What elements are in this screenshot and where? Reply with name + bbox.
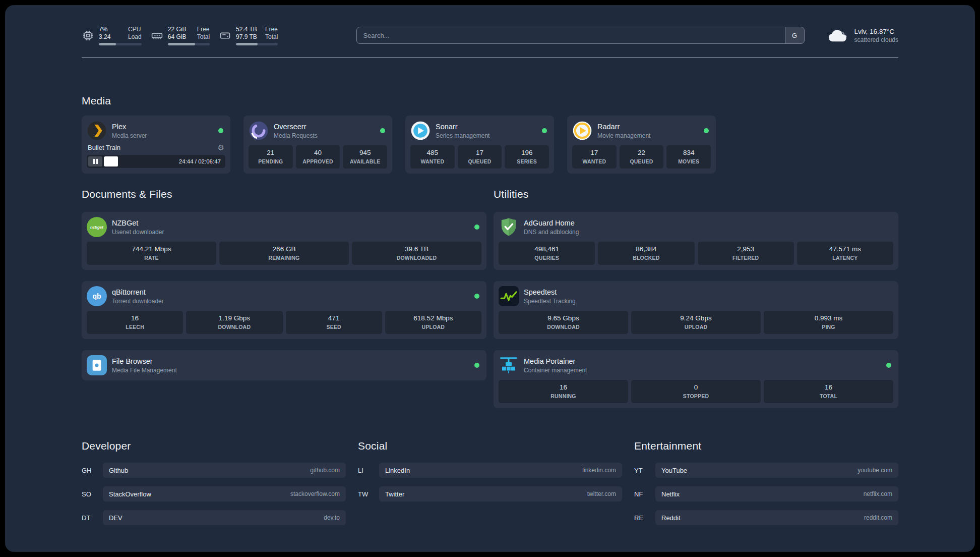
stat-seed: 471 SEED [286,311,382,334]
overseerr-titles: Overseerr Media Requests [274,123,318,139]
service-card-sonarr[interactable]: Sonarr Series management 485 WANTED 17 Q… [405,116,554,174]
service-name: Radarr [597,123,650,131]
service-description: Media Requests [274,132,318,139]
bookmark-bar[interactable]: DEV dev.to [103,510,346,525]
bookmark-bar[interactable]: Twitter twitter.com [379,486,622,502]
bookmark-youtube[interactable]: YT YouTube youtube.com [634,463,898,478]
bookmark-bar[interactable]: Github github.com [103,463,346,478]
memory-total: 64 GiB [168,33,191,41]
stat-label: PENDING [250,158,292,164]
memory-widget: 22 GiB Free 64 GiB Total [151,26,210,45]
stat-value: 86,384 [599,245,693,253]
disk-widget: 52.4 TB Free 97.9 TB Total [219,26,278,45]
bookmark-dev[interactable]: DT DEV dev.to [82,510,346,525]
bookmark-linkedin[interactable]: LI LinkedIn linkedin.com [358,463,622,478]
bookmark-abbr: NF [634,490,648,498]
adguard-stats: 498,461 QUERIES 86,384 BLOCKED 2,953 FIL… [499,242,893,265]
service-name: Sonarr [436,123,489,131]
gear-icon[interactable]: ⚙ [218,144,224,151]
stat-value: 471 [287,314,381,322]
bookmark-bar[interactable]: Reddit reddit.com [655,510,898,525]
stat-label: MOVIES [667,158,710,164]
service-card-qbittorrent[interactable]: qb qBittorrent Torrent downloader 16 LEE… [82,281,486,339]
playback-progress-fill [104,156,118,166]
stat-label: UPLOAD [632,324,760,330]
disk-total-label: Total [265,33,278,41]
stat-label: APPROVED [297,158,339,164]
stat-label: WANTED [573,158,616,164]
stat-label: AVAILABLE [344,158,386,164]
bookmark-bar[interactable]: YouTube youtube.com [655,463,898,478]
bookmark-twitter[interactable]: TW Twitter twitter.com [358,486,622,502]
stat-pending: 21 PENDING [249,145,293,169]
player-controls: 24:44 / 02:06:47 [87,155,225,168]
bookmark-stackoverflow[interactable]: SO StackOverflow stackoverflow.com [82,486,346,502]
memory-free-label: Free [197,26,210,33]
documents-column: Documents & Files nzbget NZBGet Usenet d… [82,188,486,408]
bookmark-abbr: YT [634,467,648,474]
pause-button[interactable] [88,156,102,166]
status-dot [704,128,709,133]
disk-free: 52.4 TB [236,26,259,33]
service-card-radarr[interactable]: Radarr Movie management 17 WANTED 22 QUE… [567,116,716,174]
nzbget-stats: 744.21 Mbps RATE 266 GB REMAINING 39.6 T… [87,242,481,265]
dashboard-panel: 7% CPU 3.24 Load 22 GiB Free 64 GiB Tota… [5,5,975,552]
stat-label: STOPPED [632,393,760,399]
adguard-header: AdGuard Home DNS and adblocking [499,217,893,237]
stat-value: 744.21 Mbps [88,245,215,253]
bookmark-netflix[interactable]: NF Netflix netflix.com [634,486,898,502]
speedtest-titles: Speedtest Speedtest Tracking [524,288,576,305]
portainer-icon [499,355,519,375]
service-card-filebrowser[interactable]: File Browser Media File Management [82,350,486,380]
service-card-nzbget[interactable]: nzbget NZBGet Usenet downloader 744.21 M… [82,212,486,270]
playback-progress-track[interactable] [104,156,176,166]
stat-value: 9.65 Gbps [500,314,627,322]
bookmark-abbr: DT [82,514,96,522]
stat-stopped: 0 STOPPED [631,380,761,403]
bookmark-bar[interactable]: LinkedIn linkedin.com [379,463,622,478]
bookmarks-developer: Developer GH Github github.com SO StackO… [82,439,346,534]
service-card-speedtest[interactable]: Speedtest Speedtest Tracking 9.65 Gbps D… [494,281,898,339]
nzbget-titles: NZBGet Usenet downloader [112,219,164,236]
stat-label: DOWNLOADED [353,255,480,261]
sonarr-stats: 485 WANTED 17 QUEUED 196 SERIES [410,145,549,169]
stat-value: 498,461 [500,245,594,253]
weather-widget[interactable]: Lviv, 16.87°C scattered clouds [826,28,898,43]
service-card-overseerr[interactable]: Overseerr Media Requests 21 PENDING 40 A… [243,116,392,174]
bookmark-bar[interactable]: Netflix netflix.com [655,486,898,502]
service-card-plex[interactable]: Plex Media server Bullet Train ⚙ 24:44 /… [82,116,230,174]
radarr-stats: 17 WANTED 22 QUEUED 834 MOVIES [572,145,711,169]
stat-movies: 834 MOVIES [666,145,711,169]
radarr-header: Radarr Movie management [572,121,711,141]
bookmark-name: LinkedIn [385,467,410,474]
weather-text: Lviv, 16.87°C scattered clouds [854,28,898,43]
stat-value: 9.24 Gbps [632,314,760,322]
bookmark-name: YouTube [661,467,687,474]
memory-free: 22 GiB [168,26,191,33]
service-description: Container management [524,367,587,374]
stat-label: UPLOAD [386,324,480,330]
search-input[interactable] [357,27,784,43]
stat-rate: 744.21 Mbps RATE [87,242,216,265]
nzbget-icon: nzbget [87,217,107,237]
playback-time: 24:44 / 02:06:47 [176,158,224,164]
search-provider-button[interactable]: G [785,27,804,43]
stat-value: 17 [459,149,501,156]
stat-value: 266 GB [220,245,348,253]
bookmarks-entertainment: Entertainment YT YouTube youtube.com NF … [634,439,898,534]
media-cards-row: Plex Media server Bullet Train ⚙ 24:44 /… [82,116,898,174]
stat-download: 9.65 Gbps DOWNLOAD [499,311,628,334]
stat-queued: 17 QUEUED [458,145,502,169]
bookmark-github[interactable]: GH Github github.com [82,463,346,478]
service-card-portainer[interactable]: Media Portainer Container management 16 … [494,350,898,408]
cpu-stats: 7% CPU 3.24 Load [99,26,142,45]
search-bar: G [356,27,804,44]
service-card-adguard[interactable]: AdGuard Home DNS and adblocking 498,461 … [494,212,898,270]
bookmark-bar[interactable]: StackOverflow stackoverflow.com [103,486,346,502]
stat-wanted: 485 WANTED [410,145,455,169]
cpu-label: CPU [128,26,142,33]
section-title-documents: Documents & Files [82,188,486,201]
bookmark-reddit[interactable]: RE Reddit reddit.com [634,510,898,525]
bookmark-url: linkedin.com [582,467,616,474]
stat-value: 16 [500,383,627,391]
